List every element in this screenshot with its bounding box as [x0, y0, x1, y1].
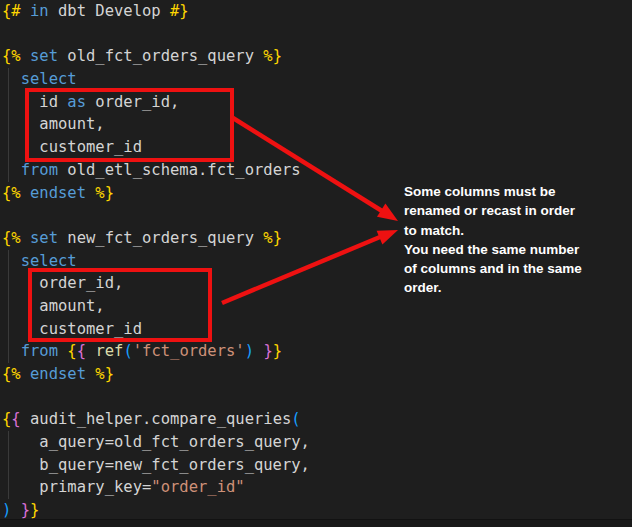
code-token — [21, 229, 30, 247]
code-token: in — [30, 2, 49, 20]
code-token: { — [2, 410, 11, 428]
annotation-box-new-columns — [28, 268, 212, 342]
code-token — [86, 365, 95, 383]
code-editor-screenshot: {# in dbt Develop #} {% set old_fct_orde… — [0, 0, 632, 527]
code-token: } — [263, 342, 272, 360]
code-token: old_fct_orders_query — [58, 47, 263, 65]
code-line: {# in dbt Develop #} — [2, 0, 632, 23]
code-token — [21, 184, 30, 202]
code-token: {% — [2, 229, 21, 247]
note-line: order. — [404, 278, 619, 297]
code-token: a_query=old_fct_orders_query, — [2, 433, 310, 451]
code-token — [11, 501, 20, 519]
code-token: endset — [30, 365, 86, 383]
code-line: from old_etl_schema.fct_orders — [2, 159, 632, 182]
code-line — [2, 386, 632, 409]
code-token — [21, 365, 30, 383]
note-line: of columns and in the same — [404, 259, 619, 278]
code-token: #} — [170, 2, 189, 20]
code-token: {% — [2, 184, 21, 202]
code-token: old_etl_schema.fct_orders — [58, 161, 301, 179]
code-token: from — [21, 342, 58, 360]
code-token — [254, 342, 263, 360]
code-token — [86, 184, 95, 202]
horizontal-scrollbar[interactable] — [0, 519, 632, 527]
code-token: ref — [95, 342, 123, 360]
code-token: } — [21, 501, 30, 519]
code-token — [58, 342, 67, 360]
code-token: {% — [2, 47, 21, 65]
code-token: } — [273, 342, 282, 360]
code-line: b_query=new_fct_orders_query, — [2, 454, 632, 477]
code-token: "order_id" — [151, 478, 244, 496]
code-token: { — [11, 410, 20, 428]
code-token: %} — [263, 229, 282, 247]
code-line: a_query=old_fct_orders_query, — [2, 431, 632, 454]
code-token: } — [30, 501, 39, 519]
indent-guide — [8, 431, 9, 499]
code-token — [2, 70, 21, 88]
code-token: { — [77, 342, 86, 360]
code-token: b_query=new_fct_orders_query, — [2, 456, 310, 474]
code-token: audit_helper.compare_queries — [21, 410, 292, 428]
indent-guide — [8, 250, 9, 363]
code-token: set — [30, 47, 58, 65]
code-token — [2, 161, 21, 179]
code-token: %} — [263, 47, 282, 65]
code-token: select — [21, 70, 77, 88]
code-token: %} — [95, 365, 114, 383]
code-token: set — [30, 229, 58, 247]
code-token: ( — [123, 342, 132, 360]
code-token: dbt Develop — [49, 2, 170, 20]
code-token — [21, 2, 30, 20]
code-line: {% set old_fct_orders_query %} — [2, 45, 632, 68]
code-line: {{ audit_helper.compare_queries( — [2, 408, 632, 431]
code-line: {% endset %} — [2, 363, 632, 386]
code-line — [2, 23, 632, 46]
code-token: primary_key= — [2, 478, 151, 496]
note-line: You need the same number — [404, 240, 619, 259]
code-token: { — [67, 342, 76, 360]
code-token — [86, 342, 95, 360]
code-line: primary_key="order_id" — [2, 476, 632, 499]
note-line: Some columns must be — [404, 182, 619, 201]
note-line: renamed or recast in order — [404, 201, 619, 220]
code-token: endset — [30, 184, 86, 202]
code-line: from {{ ref('fct_orders') }} — [2, 340, 632, 363]
annotation-note: Some columns must be renamed or recast i… — [404, 182, 619, 298]
indent-guide — [8, 68, 9, 182]
code-token: new_fct_orders_query — [58, 229, 263, 247]
code-token — [2, 342, 21, 360]
code-token: %} — [95, 184, 114, 202]
note-line: to match. — [404, 221, 619, 240]
code-token: 'fct_orders' — [133, 342, 245, 360]
annotation-box-old-columns — [25, 88, 234, 162]
code-token — [2, 252, 21, 270]
code-token: from — [21, 161, 58, 179]
code-token: {# — [2, 2, 21, 20]
code-token: select — [21, 252, 77, 270]
code-token: {% — [2, 365, 21, 383]
code-token: ( — [291, 410, 300, 428]
code-token: ) — [245, 342, 254, 360]
code-token: ) — [2, 501, 11, 519]
code-token — [21, 47, 30, 65]
